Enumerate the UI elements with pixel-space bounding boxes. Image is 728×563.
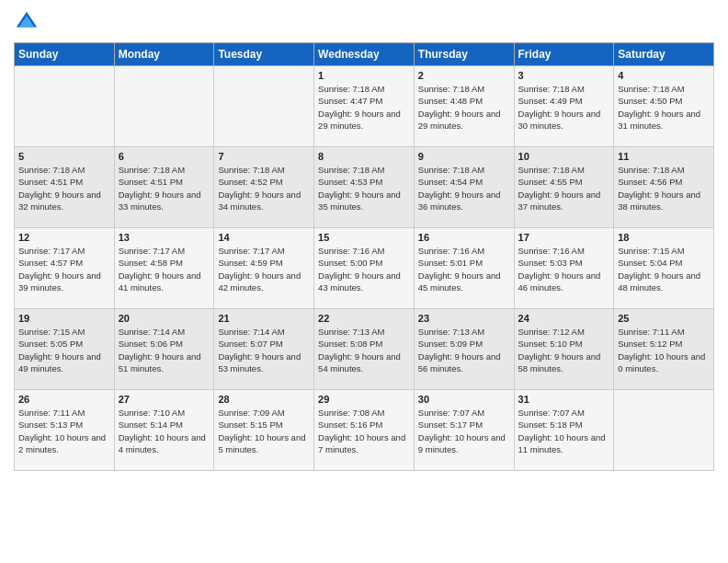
day-number: 28 bbox=[218, 394, 310, 405]
calendar-cell: 26Sunrise: 7:11 AM Sunset: 5:13 PM Dayli… bbox=[15, 390, 115, 471]
calendar-cell: 28Sunrise: 7:09 AM Sunset: 5:15 PM Dayli… bbox=[214, 390, 314, 471]
day-header-sunday: Sunday bbox=[15, 43, 115, 66]
day-info: Sunrise: 7:17 AM Sunset: 4:58 PM Dayligh… bbox=[119, 245, 210, 293]
day-info: Sunrise: 7:11 AM Sunset: 5:12 PM Dayligh… bbox=[618, 326, 710, 374]
day-number: 10 bbox=[518, 151, 610, 162]
calendar-cell: 27Sunrise: 7:10 AM Sunset: 5:14 PM Dayli… bbox=[114, 390, 214, 471]
day-number: 30 bbox=[418, 394, 510, 405]
calendar-cell: 16Sunrise: 7:16 AM Sunset: 5:01 PM Dayli… bbox=[414, 228, 514, 309]
calendar-cell: 18Sunrise: 7:15 AM Sunset: 5:04 PM Dayli… bbox=[614, 228, 714, 309]
calendar-cell: 25Sunrise: 7:11 AM Sunset: 5:12 PM Dayli… bbox=[614, 309, 714, 390]
day-number: 4 bbox=[618, 70, 710, 81]
day-number: 1 bbox=[318, 70, 410, 81]
calendar-cell: 21Sunrise: 7:14 AM Sunset: 5:07 PM Dayli… bbox=[214, 309, 314, 390]
day-number: 25 bbox=[618, 313, 710, 324]
day-number: 18 bbox=[618, 232, 710, 243]
day-number: 17 bbox=[518, 232, 610, 243]
calendar-cell: 9Sunrise: 7:18 AM Sunset: 4:54 PM Daylig… bbox=[414, 147, 514, 228]
day-info: Sunrise: 7:18 AM Sunset: 4:56 PM Dayligh… bbox=[618, 164, 710, 213]
day-info: Sunrise: 7:11 AM Sunset: 5:13 PM Dayligh… bbox=[18, 407, 110, 455]
day-info: Sunrise: 7:10 AM Sunset: 5:14 PM Dayligh… bbox=[119, 407, 210, 455]
calendar-cell bbox=[614, 390, 714, 471]
day-number: 6 bbox=[119, 151, 210, 162]
day-info: Sunrise: 7:17 AM Sunset: 4:59 PM Dayligh… bbox=[218, 245, 310, 293]
day-info: Sunrise: 7:18 AM Sunset: 4:51 PM Dayligh… bbox=[18, 164, 110, 213]
calendar-cell: 22Sunrise: 7:13 AM Sunset: 5:08 PM Dayli… bbox=[314, 309, 415, 390]
day-info: Sunrise: 7:16 AM Sunset: 5:00 PM Dayligh… bbox=[318, 245, 410, 293]
day-info: Sunrise: 7:09 AM Sunset: 5:15 PM Dayligh… bbox=[218, 407, 310, 455]
day-number: 2 bbox=[418, 70, 510, 81]
day-number: 31 bbox=[518, 394, 610, 405]
day-number: 3 bbox=[518, 70, 610, 81]
calendar-week-row: 26Sunrise: 7:11 AM Sunset: 5:13 PM Dayli… bbox=[15, 390, 714, 471]
calendar-cell: 5Sunrise: 7:18 AM Sunset: 4:51 PM Daylig… bbox=[15, 147, 115, 228]
calendar-cell: 19Sunrise: 7:15 AM Sunset: 5:05 PM Dayli… bbox=[15, 309, 115, 390]
day-info: Sunrise: 7:13 AM Sunset: 5:08 PM Dayligh… bbox=[318, 326, 410, 374]
calendar-cell: 24Sunrise: 7:12 AM Sunset: 5:10 PM Dayli… bbox=[514, 309, 614, 390]
calendar-week-row: 1Sunrise: 7:18 AM Sunset: 4:47 PM Daylig… bbox=[15, 66, 714, 147]
day-info: Sunrise: 7:18 AM Sunset: 4:51 PM Dayligh… bbox=[119, 164, 210, 213]
calendar-cell: 29Sunrise: 7:08 AM Sunset: 5:16 PM Dayli… bbox=[314, 390, 415, 471]
day-info: Sunrise: 7:15 AM Sunset: 5:04 PM Dayligh… bbox=[618, 245, 710, 293]
day-info: Sunrise: 7:18 AM Sunset: 4:52 PM Dayligh… bbox=[218, 164, 310, 213]
day-number: 8 bbox=[318, 151, 410, 162]
calendar-cell: 31Sunrise: 7:07 AM Sunset: 5:18 PM Dayli… bbox=[514, 390, 614, 471]
day-info: Sunrise: 7:18 AM Sunset: 4:53 PM Dayligh… bbox=[318, 164, 410, 213]
day-header-saturday: Saturday bbox=[614, 43, 714, 66]
day-header-thursday: Thursday bbox=[414, 43, 514, 66]
calendar-cell: 11Sunrise: 7:18 AM Sunset: 4:56 PM Dayli… bbox=[614, 147, 714, 228]
day-number: 9 bbox=[418, 151, 510, 162]
calendar-cell: 14Sunrise: 7:17 AM Sunset: 4:59 PM Dayli… bbox=[214, 228, 314, 309]
calendar-table: SundayMondayTuesdayWednesdayThursdayFrid… bbox=[14, 42, 714, 471]
day-info: Sunrise: 7:15 AM Sunset: 5:05 PM Dayligh… bbox=[18, 326, 110, 374]
page-header bbox=[14, 9, 714, 35]
calendar-cell bbox=[114, 66, 214, 147]
day-number: 24 bbox=[518, 313, 610, 324]
day-number: 12 bbox=[18, 232, 110, 243]
calendar-week-row: 5Sunrise: 7:18 AM Sunset: 4:51 PM Daylig… bbox=[15, 147, 714, 228]
calendar-cell: 17Sunrise: 7:16 AM Sunset: 5:03 PM Dayli… bbox=[514, 228, 614, 309]
calendar-cell: 4Sunrise: 7:18 AM Sunset: 4:50 PM Daylig… bbox=[614, 66, 714, 147]
calendar-cell: 13Sunrise: 7:17 AM Sunset: 4:58 PM Dayli… bbox=[114, 228, 214, 309]
day-number: 13 bbox=[119, 232, 210, 243]
day-info: Sunrise: 7:08 AM Sunset: 5:16 PM Dayligh… bbox=[318, 407, 410, 455]
calendar-cell: 3Sunrise: 7:18 AM Sunset: 4:49 PM Daylig… bbox=[514, 66, 614, 147]
calendar-cell: 10Sunrise: 7:18 AM Sunset: 4:55 PM Dayli… bbox=[514, 147, 614, 228]
day-number: 19 bbox=[18, 313, 110, 324]
day-number: 14 bbox=[218, 232, 310, 243]
calendar-cell: 7Sunrise: 7:18 AM Sunset: 4:52 PM Daylig… bbox=[214, 147, 314, 228]
day-number: 11 bbox=[618, 151, 710, 162]
day-header-wednesday: Wednesday bbox=[314, 43, 415, 66]
calendar-cell bbox=[214, 66, 314, 147]
day-info: Sunrise: 7:18 AM Sunset: 4:55 PM Dayligh… bbox=[518, 164, 610, 213]
calendar-cell: 2Sunrise: 7:18 AM Sunset: 4:48 PM Daylig… bbox=[414, 66, 514, 147]
calendar-week-row: 19Sunrise: 7:15 AM Sunset: 5:05 PM Dayli… bbox=[15, 309, 714, 390]
calendar-cell: 15Sunrise: 7:16 AM Sunset: 5:00 PM Dayli… bbox=[314, 228, 415, 309]
day-number: 22 bbox=[318, 313, 410, 324]
day-number: 23 bbox=[418, 313, 510, 324]
calendar-cell: 20Sunrise: 7:14 AM Sunset: 5:06 PM Dayli… bbox=[114, 309, 214, 390]
day-number: 5 bbox=[18, 151, 110, 162]
calendar-cell bbox=[15, 66, 115, 147]
day-info: Sunrise: 7:12 AM Sunset: 5:10 PM Dayligh… bbox=[518, 326, 610, 374]
day-number: 20 bbox=[119, 313, 210, 324]
logo-icon bbox=[14, 9, 40, 35]
day-number: 7 bbox=[218, 151, 310, 162]
day-number: 16 bbox=[418, 232, 510, 243]
day-header-friday: Friday bbox=[514, 43, 614, 66]
day-number: 15 bbox=[318, 232, 410, 243]
logo bbox=[14, 9, 43, 35]
day-info: Sunrise: 7:18 AM Sunset: 4:50 PM Dayligh… bbox=[618, 83, 710, 132]
day-info: Sunrise: 7:18 AM Sunset: 4:47 PM Dayligh… bbox=[318, 83, 410, 132]
day-number: 29 bbox=[318, 394, 410, 405]
calendar-cell: 1Sunrise: 7:18 AM Sunset: 4:47 PM Daylig… bbox=[314, 66, 415, 147]
day-number: 21 bbox=[218, 313, 310, 324]
calendar-cell: 6Sunrise: 7:18 AM Sunset: 4:51 PM Daylig… bbox=[114, 147, 214, 228]
day-info: Sunrise: 7:07 AM Sunset: 5:17 PM Dayligh… bbox=[418, 407, 510, 455]
calendar-cell: 23Sunrise: 7:13 AM Sunset: 5:09 PM Dayli… bbox=[414, 309, 514, 390]
day-info: Sunrise: 7:17 AM Sunset: 4:57 PM Dayligh… bbox=[18, 245, 110, 293]
day-info: Sunrise: 7:13 AM Sunset: 5:09 PM Dayligh… bbox=[418, 326, 510, 374]
day-header-tuesday: Tuesday bbox=[214, 43, 314, 66]
day-header-monday: Monday bbox=[114, 43, 214, 66]
calendar-cell: 30Sunrise: 7:07 AM Sunset: 5:17 PM Dayli… bbox=[414, 390, 514, 471]
